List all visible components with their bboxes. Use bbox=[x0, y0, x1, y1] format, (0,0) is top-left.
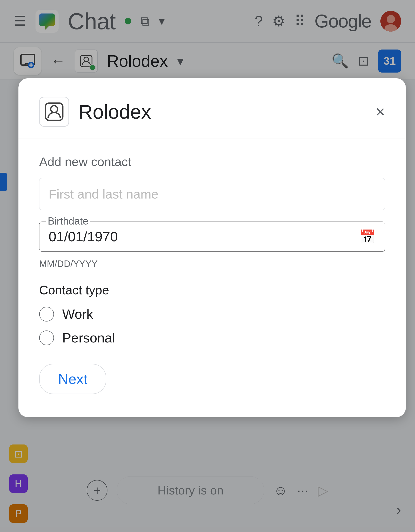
radio-work[interactable]: Work bbox=[39, 306, 385, 322]
radio-group: Work Personal bbox=[39, 306, 385, 345]
radio-personal-label: Personal bbox=[62, 330, 115, 345]
modal-title: Rolodex bbox=[78, 100, 366, 123]
modal-header: Rolodex × bbox=[39, 97, 385, 127]
rolodex-modal: Rolodex × Add new contact Birthdate 01/0… bbox=[19, 78, 406, 417]
section-label: Add new contact bbox=[39, 154, 385, 169]
birthdate-value: 01/01/1970 bbox=[49, 229, 118, 245]
close-icon[interactable]: × bbox=[375, 104, 385, 120]
next-button[interactable]: Next bbox=[39, 364, 106, 394]
radio-personal-circle[interactable] bbox=[39, 331, 54, 345]
contact-type-label: Contact type bbox=[39, 283, 385, 297]
radio-work-label: Work bbox=[62, 306, 93, 322]
radio-work-circle[interactable] bbox=[39, 307, 54, 322]
birthdate-input-wrap[interactable]: Birthdate 01/01/1970 📅 bbox=[39, 222, 385, 252]
modal-bot-icon bbox=[39, 97, 69, 127]
modal-divider bbox=[19, 138, 406, 138]
birthdate-label: Birthdate bbox=[46, 215, 90, 227]
calendar-picker-icon[interactable]: 📅 bbox=[359, 229, 375, 245]
svg-point-9 bbox=[51, 106, 58, 113]
name-input-wrap[interactable] bbox=[39, 178, 385, 210]
radio-personal[interactable]: Personal bbox=[39, 330, 385, 345]
date-format-hint: MM/DD/YYYY bbox=[39, 259, 385, 269]
name-input[interactable] bbox=[49, 187, 375, 201]
